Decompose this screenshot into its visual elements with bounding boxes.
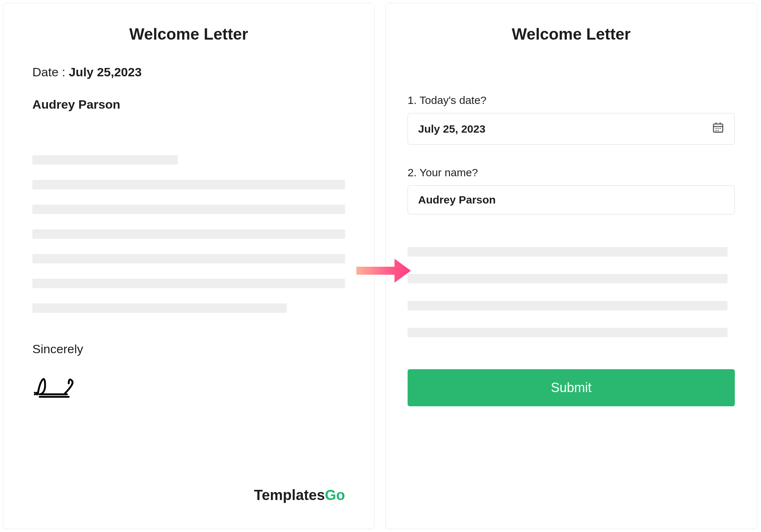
question-2-label: 2. Your name? xyxy=(408,166,735,179)
placeholder-line xyxy=(408,274,728,283)
submit-button[interactable]: Submit xyxy=(408,369,735,406)
question-1-text: Today's date? xyxy=(420,94,486,106)
placeholder-line xyxy=(32,279,345,288)
placeholder-line xyxy=(408,247,728,257)
name-input-value: Audrey Parson xyxy=(418,194,496,206)
placeholder-line xyxy=(32,254,345,263)
question-2-number: 2. xyxy=(408,166,417,178)
name-input[interactable]: Audrey Parson xyxy=(408,185,735,214)
question-2-text: Your name? xyxy=(420,166,478,178)
form-card: Welcome Letter 1. Today's date? July 25,… xyxy=(385,3,757,529)
letter-closing: Sincerely xyxy=(32,342,345,356)
letter-preview-card: Welcome Letter Date : July 25,2023 Audre… xyxy=(3,3,375,529)
letter-date-value: July 25,2023 xyxy=(69,65,141,79)
signature-icon xyxy=(32,367,345,401)
form-title: Welcome Letter xyxy=(408,25,735,43)
date-input-value: July 25, 2023 xyxy=(418,123,485,135)
placeholder-line xyxy=(32,155,178,165)
date-input[interactable]: July 25, 2023 xyxy=(408,113,735,145)
question-1: 1. Today's date? July 25, 2023 xyxy=(408,94,735,145)
placeholder-line xyxy=(408,328,728,337)
form-placeholders xyxy=(408,247,735,337)
letter-recipient-name: Audrey Parson xyxy=(32,97,345,112)
placeholder-line xyxy=(408,301,728,310)
placeholder-line xyxy=(32,205,345,214)
arrow-icon xyxy=(355,254,413,289)
placeholder-line xyxy=(32,303,287,313)
brand-part1: Templates xyxy=(254,487,325,503)
brand-part2: Go xyxy=(325,487,345,503)
letter-date-line: Date : July 25,2023 xyxy=(32,65,345,79)
question-1-number: 1. xyxy=(408,94,417,106)
letter-body-placeholders xyxy=(32,155,345,313)
calendar-icon[interactable] xyxy=(712,121,724,136)
letter-title: Welcome Letter xyxy=(32,25,345,43)
brand-logo: TemplatesGo xyxy=(254,487,345,503)
letter-date-label: Date : xyxy=(32,65,69,79)
question-2: 2. Your name? Audrey Parson xyxy=(408,166,735,214)
question-1-label: 1. Today's date? xyxy=(408,94,735,106)
placeholder-line xyxy=(32,180,345,189)
placeholder-line xyxy=(32,229,345,239)
